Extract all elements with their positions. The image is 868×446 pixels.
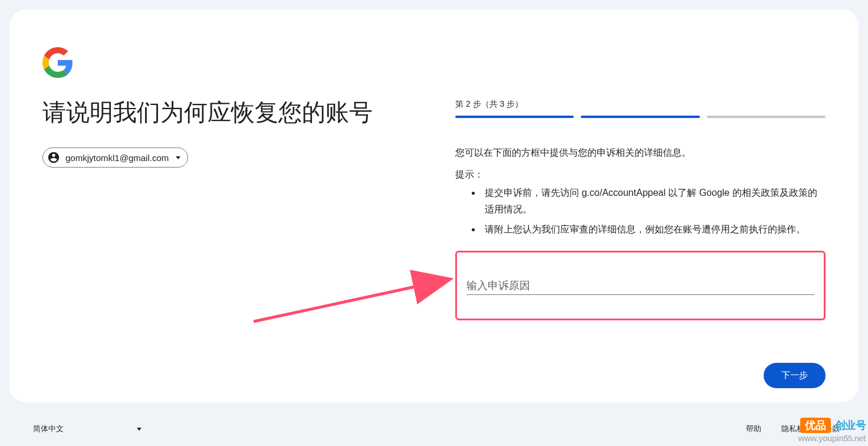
appeal-link-text: g.co/AccountAppeal	[581, 188, 665, 198]
progress-segment-3	[707, 116, 826, 118]
progress-segment-2	[581, 116, 699, 118]
progress-segment-1	[455, 116, 574, 118]
language-selector[interactable]: 简体中文	[28, 420, 146, 438]
footer-bar: 简体中文 帮助 隐私权 条款	[28, 420, 840, 438]
progress-bar	[455, 116, 826, 118]
instructions-intro: 您可以在下面的方框中提供与您的申诉相关的详细信息。	[455, 145, 826, 160]
step-label: 第 2 步（共 3 步）	[455, 99, 826, 110]
language-label: 简体中文	[33, 424, 64, 434]
input-highlight-annotation	[455, 251, 826, 320]
account-email: gomkjytomkl1@gmail.com	[65, 153, 169, 163]
google-logo	[42, 47, 826, 80]
tips-list: 提交申诉前，请先访问 g.co/AccountAppeal 以了解 Google…	[455, 185, 826, 238]
tips-label: 提示：	[455, 169, 826, 181]
terms-link[interactable]: 条款	[824, 424, 840, 434]
chevron-down-icon	[176, 156, 180, 159]
next-button[interactable]: 下一步	[764, 363, 826, 388]
privacy-link[interactable]: 隐私权	[781, 424, 804, 434]
right-column: 第 2 步（共 3 步） 您可以在下面的方框中提供与您的申诉相关的详细信息。 提…	[455, 97, 826, 320]
main-card: 请说明我们为何应恢复您的账号 gomkjytomkl1@gmail.com 第 …	[9, 9, 859, 402]
left-column: 请说明我们为何应恢复您的账号 gomkjytomkl1@gmail.com	[42, 97, 420, 320]
appeal-reason-input[interactable]	[466, 276, 814, 295]
chevron-down-icon	[137, 428, 142, 431]
page-title: 请说明我们为何应恢复您的账号	[42, 97, 420, 127]
tip-item-2: 请附上您认为我们应审查的详细信息，例如您在账号遭停用之前执行的操作。	[481, 221, 826, 238]
account-switcher[interactable]: gomkjytomkl1@gmail.com	[42, 147, 188, 168]
avatar-icon	[47, 150, 61, 165]
tip-item-1: 提交申诉前，请先访问 g.co/AccountAppeal 以了解 Google…	[481, 185, 826, 218]
footer-links: 帮助 隐私权 条款	[746, 424, 840, 434]
help-link[interactable]: 帮助	[746, 424, 761, 434]
